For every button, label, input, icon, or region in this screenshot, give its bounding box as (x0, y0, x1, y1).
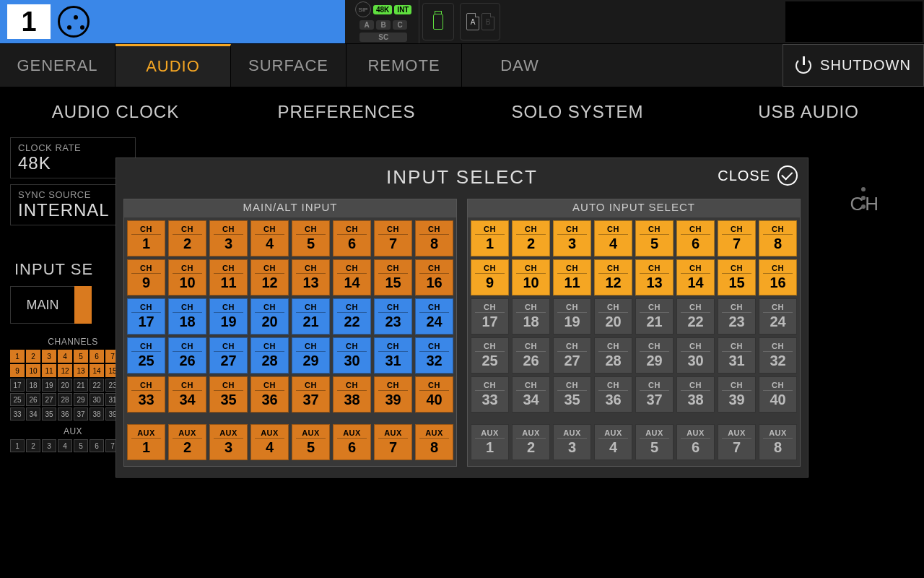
main-button[interactable]: MAIN (10, 286, 75, 324)
alt-button-edge[interactable] (74, 286, 92, 324)
mini-channel-cell[interactable]: 29 (74, 393, 88, 406)
main-alt-ch-button[interactable]: CH1 (127, 220, 165, 256)
auto-ch-button[interactable]: CH32 (759, 337, 797, 374)
auto-ch-button[interactable]: CH13 (635, 259, 674, 296)
auto-ch-button[interactable]: CH29 (635, 337, 674, 374)
auto-ch-button[interactable]: CH5 (635, 220, 674, 256)
auto-ch-button[interactable]: CH40 (759, 376, 797, 413)
main-alt-ch-button[interactable]: CH5 (292, 220, 330, 256)
mini-aux-cell[interactable]: 5 (74, 439, 88, 452)
main-alt-ch-button[interactable]: CH39 (374, 376, 412, 413)
mini-channel-cell[interactable]: 1 (10, 350, 25, 363)
main-alt-ch-button[interactable]: CH19 (209, 298, 248, 335)
tab-audio[interactable]: AUDIO (116, 44, 231, 87)
auto-ch-button[interactable]: CH3 (553, 220, 591, 256)
mini-channel-cell[interactable]: 10 (26, 364, 40, 377)
mini-channel-cell[interactable]: 34 (26, 407, 40, 420)
mini-channel-cell[interactable]: 6 (90, 350, 104, 363)
mini-channel-cell[interactable]: 12 (58, 364, 72, 377)
main-alt-ch-button[interactable]: CH28 (250, 337, 289, 374)
auto-ch-button[interactable]: CH26 (512, 337, 550, 374)
auto-ch-button[interactable]: CH21 (635, 298, 674, 335)
main-alt-aux-button[interactable]: AUX7 (374, 424, 412, 460)
main-alt-ch-button[interactable]: CH36 (250, 376, 289, 413)
main-alt-ch-button[interactable]: CH13 (292, 259, 330, 296)
main-alt-ch-button[interactable]: CH17 (127, 298, 165, 335)
auto-ch-button[interactable]: CH33 (471, 376, 509, 413)
mini-aux-cell[interactable]: 4 (58, 439, 72, 452)
main-alt-aux-button[interactable]: AUX4 (250, 424, 289, 460)
main-alt-ch-button[interactable]: CH8 (415, 220, 453, 256)
mini-channel-cell[interactable]: 9 (10, 364, 25, 377)
main-alt-ch-button[interactable]: CH24 (415, 298, 453, 335)
auto-ch-button[interactable]: CH20 (594, 298, 632, 335)
auto-ch-button[interactable]: CH11 (553, 259, 591, 296)
mini-channel-cell[interactable]: 27 (42, 393, 56, 406)
main-alt-ch-button[interactable]: CH30 (333, 337, 371, 374)
main-alt-aux-button[interactable]: AUX1 (127, 424, 165, 460)
auto-ch-button[interactable]: CH27 (553, 337, 591, 374)
auto-ch-button[interactable]: CH12 (594, 259, 632, 296)
mini-channel-cell[interactable]: 36 (58, 407, 72, 420)
mini-channel-cell[interactable]: 4 (58, 350, 72, 363)
main-alt-aux-button[interactable]: AUX3 (209, 424, 248, 460)
mini-channel-cell[interactable]: 38 (90, 407, 104, 420)
auto-ch-button[interactable]: CH10 (512, 259, 550, 296)
main-alt-ch-button[interactable]: CH20 (250, 298, 289, 335)
tab-remote[interactable]: REMOTE (346, 44, 462, 87)
mini-channel-cell[interactable]: 33 (10, 407, 25, 420)
subtab-solo-system[interactable]: SOLO SYSTEM (462, 94, 693, 130)
main-alt-aux-button[interactable]: AUX8 (415, 424, 453, 460)
card-status[interactable]: A B (460, 3, 500, 40)
main-alt-ch-button[interactable]: CH18 (168, 298, 206, 335)
main-alt-ch-button[interactable]: CH37 (292, 376, 330, 413)
main-alt-ch-button[interactable]: CH2 (168, 220, 206, 256)
tab-surface[interactable]: SURFACE (231, 44, 346, 87)
mini-channel-cell[interactable]: 13 (74, 364, 88, 377)
main-alt-ch-button[interactable]: CH23 (374, 298, 412, 335)
main-alt-ch-button[interactable]: CH25 (127, 337, 165, 374)
auto-ch-button[interactable]: CH28 (594, 337, 632, 374)
main-alt-ch-button[interactable]: CH34 (168, 376, 206, 413)
main-alt-ch-button[interactable]: CH9 (127, 259, 165, 296)
main-alt-ch-button[interactable]: CH29 (292, 337, 330, 374)
auto-ch-button[interactable]: CH8 (759, 220, 797, 256)
channel-badge[interactable]: 1 (0, 0, 345, 43)
auto-ch-button[interactable]: CH15 (718, 259, 756, 296)
auto-ch-button[interactable]: CH37 (635, 376, 674, 413)
mini-channel-cell[interactable]: 28 (58, 393, 72, 406)
mini-channel-cell[interactable]: 14 (90, 364, 104, 377)
mini-channel-cell[interactable]: 11 (42, 364, 56, 377)
mini-channel-cell[interactable]: 37 (74, 407, 88, 420)
main-alt-ch-button[interactable]: CH26 (168, 337, 206, 374)
auto-aux-button[interactable]: AUX2 (512, 424, 550, 460)
main-alt-ch-button[interactable]: CH21 (292, 298, 330, 335)
main-alt-ch-button[interactable]: CH14 (333, 259, 371, 296)
mini-channel-cell[interactable]: 21 (74, 379, 88, 392)
mini-channel-cell[interactable]: 35 (42, 407, 56, 420)
main-alt-aux-button[interactable]: AUX6 (333, 424, 371, 460)
auto-ch-button[interactable]: CH14 (676, 259, 715, 296)
mini-aux-cell[interactable]: 6 (90, 439, 104, 452)
auto-ch-button[interactable]: CH34 (512, 376, 550, 413)
subtab-preferences[interactable]: PREFERENCES (231, 94, 462, 130)
main-alt-ch-button[interactable]: CH12 (250, 259, 289, 296)
auto-aux-button[interactable]: AUX5 (635, 424, 674, 460)
mini-aux-cell[interactable]: 3 (42, 439, 56, 452)
usb-status[interactable] (422, 3, 454, 40)
main-alt-ch-button[interactable]: CH6 (333, 220, 371, 256)
auto-ch-button[interactable]: CH16 (759, 259, 797, 296)
mini-channel-cell[interactable]: 5 (74, 350, 88, 363)
main-alt-ch-button[interactable]: CH15 (374, 259, 412, 296)
auto-ch-button[interactable]: CH31 (718, 337, 756, 374)
shutdown-button[interactable]: SHUTDOWN (783, 44, 924, 87)
auto-ch-button[interactable]: CH7 (718, 220, 756, 256)
main-alt-ch-button[interactable]: CH16 (415, 259, 453, 296)
mini-aux-cell[interactable]: 2 (26, 439, 40, 452)
main-alt-ch-button[interactable]: CH31 (374, 337, 412, 374)
auto-aux-button[interactable]: AUX6 (676, 424, 715, 460)
mini-aux-cell[interactable]: 1 (10, 439, 25, 452)
main-alt-ch-button[interactable]: CH4 (250, 220, 289, 256)
main-alt-ch-button[interactable]: CH22 (333, 298, 371, 335)
auto-ch-button[interactable]: CH25 (471, 337, 509, 374)
